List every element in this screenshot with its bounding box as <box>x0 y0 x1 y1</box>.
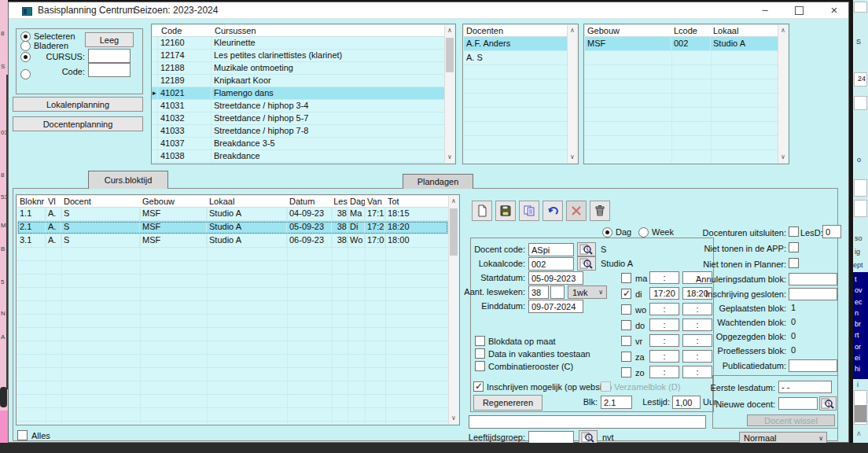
regenereren-button[interactable]: Regenereren <box>473 395 542 411</box>
day-zo-checkbox[interactable] <box>621 367 631 378</box>
scroll-up-arrow[interactable]: ∧ <box>778 25 788 36</box>
scroll-down-arrow[interactable]: ∨ <box>778 152 788 163</box>
docent-code-input[interactable] <box>528 243 574 256</box>
combinatierooster-checkbox[interactable] <box>475 361 485 371</box>
minimize-button[interactable]: – <box>753 3 777 18</box>
lokalen-scrollbar[interactable]: ∧ ∨ <box>778 25 788 163</box>
blokken-table-header: Bloknr Vl Docent Gebouw Lokaal Datum Les… <box>17 196 448 208</box>
docenturen-checkbox[interactable] <box>789 226 799 237</box>
publicatie-label: Publicatiedatum: <box>660 361 786 370</box>
lokaal-lookup-button[interactable] <box>577 256 596 271</box>
lokaal-row[interactable]: MSF 002 Studio A <box>585 37 778 51</box>
einddatum-input[interactable] <box>528 300 583 313</box>
gesloten-input[interactable] <box>789 288 837 300</box>
nieuwe-docent-input[interactable] <box>778 397 818 410</box>
blok-row[interactable]: 3.1A.SMSFStudio A06-09-2338Wo17:0018:00 <box>17 234 448 248</box>
nieuwe-docent-lookup-button[interactable] <box>819 396 837 411</box>
annulering-input[interactable] <box>789 273 837 285</box>
weken-dropdown-value: 1wk <box>572 288 588 297</box>
close-button[interactable]: × <box>822 3 846 18</box>
trash-icon <box>594 204 606 217</box>
day-di-checkbox[interactable] <box>621 289 631 299</box>
course-row[interactable]: ▸12174Les petites clarinettistes (klarin… <box>152 50 444 62</box>
day-wo-label: wo <box>635 305 646 315</box>
courses-scrollbar[interactable]: ∧ ∨ <box>444 25 454 163</box>
docent-lookup-button[interactable] <box>577 242 596 256</box>
lokalen-header-lokaal: Lokaal <box>711 25 778 36</box>
eerste-lesdatum-input[interactable] <box>778 381 832 393</box>
course-row[interactable]: ▸12188Muzikale ontmoeting <box>152 62 444 75</box>
scroll-down-arrow[interactable]: ∨ <box>568 152 577 163</box>
cursus-label: CURSUS: <box>24 52 85 61</box>
publicatie-input[interactable] <box>789 359 837 372</box>
background-window-right-strip: S 24 o so ig ept t ov ec n br rt or ei h… <box>853 0 868 443</box>
tab-plandagen[interactable]: Plandagen <box>403 174 473 189</box>
scroll-up-arrow[interactable]: ∧ <box>568 25 577 36</box>
memo-input[interactable] <box>469 415 706 429</box>
niet-planner-checkbox[interactable] <box>789 258 799 268</box>
course-row[interactable]: ▸41031Streetdance / hiphop 3-4 <box>152 100 444 112</box>
course-row[interactable]: ▸41032Streetdance / hiphop 5-7 <box>152 112 444 125</box>
tab-curs-bloktijd[interactable]: Curs.bloktijd <box>88 171 168 189</box>
course-row[interactable]: ▸41037Breakdance 3-5 <box>152 138 444 150</box>
lesweken-input[interactable] <box>528 285 549 299</box>
vakanties-checkbox[interactable] <box>475 348 485 359</box>
lokalen-table: Gebouw Lcode Lokaal MSF 002 Studio A ∧ ∨ <box>583 24 789 164</box>
day-wo-checkbox[interactable] <box>621 304 631 315</box>
blokken-header: Van <box>365 196 385 207</box>
blk-input[interactable] <box>601 396 632 409</box>
course-row[interactable]: ▸41033Streetdance / hiphop 7-8 <box>152 125 444 138</box>
lesweken-extra-input[interactable] <box>550 285 565 299</box>
weken-dropdown[interactable]: 1wk∨ <box>568 285 607 299</box>
scroll-up-arrow[interactable]: ∧ <box>449 196 458 207</box>
column-separator <box>711 37 712 163</box>
bladeren-radio[interactable] <box>20 41 31 51</box>
trash-button[interactable] <box>590 201 610 221</box>
new-record-button[interactable] <box>472 201 492 221</box>
scroll-down-arrow[interactable]: ∨ <box>445 152 454 163</box>
blokdata-checkbox[interactable] <box>475 336 485 346</box>
delete-button[interactable] <box>566 201 587 221</box>
startdatum-input[interactable] <box>528 271 583 285</box>
lokaalcode-input[interactable] <box>528 257 574 271</box>
day-do-checkbox[interactable] <box>621 320 631 330</box>
dag-label: Dag <box>616 227 631 237</box>
course-row[interactable]: ▸41021Flamengo dans <box>152 87 444 100</box>
lesd-input[interactable] <box>822 225 841 238</box>
right-fragment-box <box>854 390 867 425</box>
inschrijven-checkbox[interactable] <box>473 381 484 392</box>
day-za-checkbox[interactable] <box>621 352 631 362</box>
docenten-scrollbar[interactable]: ∧ ∨ <box>567 25 577 163</box>
dag-radio[interactable] <box>602 227 612 238</box>
left-strip-pink-block <box>0 411 8 443</box>
scroll-down-arrow[interactable]: ∨ <box>449 413 458 424</box>
lokalenplanning-button[interactable]: Lokalenplanning <box>13 97 143 112</box>
docentenplanning-button[interactable]: Docentenplanning <box>13 116 143 131</box>
scroll-up-arrow[interactable]: ∧ <box>445 25 454 36</box>
day-vr-checkbox[interactable] <box>621 336 631 346</box>
right-fragment: S <box>856 38 861 46</box>
week-radio[interactable] <box>638 227 649 238</box>
course-row[interactable]: ▸12160Kleurinette <box>152 37 444 50</box>
scroll-thumb[interactable] <box>446 38 454 72</box>
save-button[interactable] <box>495 201 516 221</box>
course-row[interactable]: ▸41038Breakdance <box>152 150 444 163</box>
code-input[interactable] <box>88 63 131 77</box>
blok-row[interactable]: 1.1A.SMSFStudio A04-09-2338Ma17:1518:15 <box>17 208 448 221</box>
course-row[interactable]: ▸12189Knipkaart Koor <box>152 75 444 87</box>
maximize-button[interactable] <box>788 3 811 18</box>
month-fragment: ec <box>855 298 862 306</box>
niet-app-checkbox[interactable] <box>789 242 799 252</box>
undo-button[interactable] <box>542 201 563 221</box>
magnifier-icon <box>579 258 594 269</box>
cursus-input[interactable] <box>88 49 131 63</box>
copy-button[interactable] <box>519 201 539 221</box>
lokalen-table-body: MSF 002 Studio A <box>585 37 778 163</box>
alles-checkbox[interactable] <box>17 430 28 440</box>
docent-row[interactable]: A.F. Anders <box>464 37 567 51</box>
lokalen-header-lcode: Lcode <box>671 25 711 36</box>
blok-row[interactable]: 2.1A.SMSFStudio A05-09-2338Di17:2018:20 <box>17 221 448 234</box>
leeg-button[interactable]: Leeg <box>85 32 134 47</box>
day-ma-checkbox[interactable] <box>621 273 631 283</box>
docent-row[interactable]: A. S <box>464 51 567 65</box>
